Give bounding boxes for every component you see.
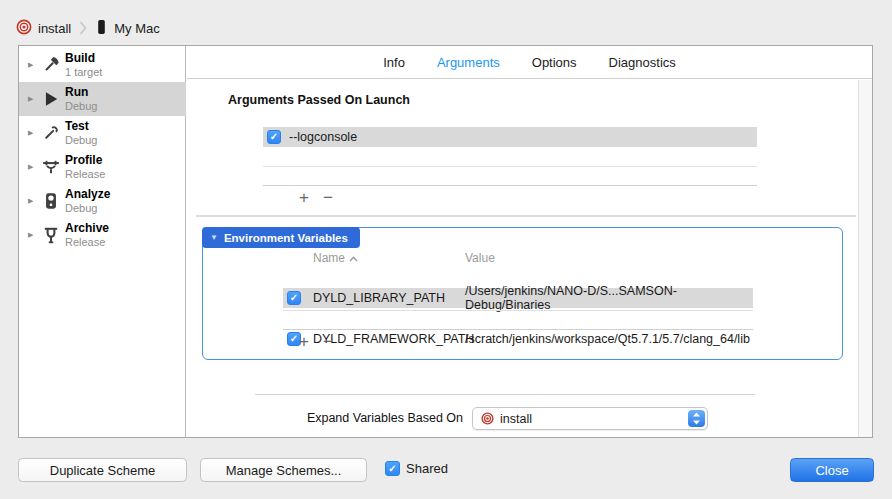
sidebar-item-title: Run <box>65 86 97 100</box>
argument-value[interactable]: --logconsole <box>289 130 357 144</box>
env-var-row[interactable]: DYLD_LIBRARY_PATH /Users/jenkins/NANO-D/… <box>283 288 753 308</box>
disclosure-triangle-icon[interactable] <box>28 95 38 103</box>
sidebar-item-subtitle: Release <box>65 236 109 249</box>
breadcrumb-scheme-name[interactable]: install <box>38 21 71 36</box>
table-divider <box>283 310 753 311</box>
env-var-value[interactable]: /scratch/jenkins/workspace/Qt5.7.1/5.7/c… <box>465 332 750 346</box>
disclosure-triangle-icon[interactable] <box>28 129 38 137</box>
env-var-checkbox[interactable] <box>287 291 301 305</box>
sidebar-item-test[interactable]: Test Debug <box>19 116 186 150</box>
analyze-icon <box>41 191 61 211</box>
shared-checkbox[interactable] <box>385 461 400 476</box>
tab-bar: Info Arguments Options Diagnostics <box>187 46 872 79</box>
disclosure-down-icon[interactable] <box>210 233 218 242</box>
env-var-row[interactable]: DYLD_FRAMEWORK_PATH /scratch/jenkins/wor… <box>283 329 753 349</box>
disclosure-triangle-icon[interactable] <box>28 231 38 239</box>
shared-label: Shared <box>406 461 448 476</box>
sidebar-item-subtitle: Debug <box>65 134 97 147</box>
duplicate-scheme-button[interactable]: Duplicate Scheme <box>18 458 187 482</box>
sidebar-item-subtitle: Release <box>65 168 105 181</box>
sort-ascending-icon <box>349 251 358 265</box>
breadcrumb-destination-name[interactable]: My Mac <box>114 21 160 36</box>
vertical-scrollbar[interactable] <box>858 80 872 437</box>
column-header-value[interactable]: Value <box>465 251 495 265</box>
breadcrumb: install My Mac <box>16 18 160 38</box>
table-divider <box>263 166 757 167</box>
tab-diagnostics[interactable]: Diagnostics <box>609 55 676 70</box>
sidebar-item-title: Archive <box>65 222 109 236</box>
tab-arguments[interactable]: Arguments <box>437 55 500 70</box>
run-icon <box>41 89 61 109</box>
target-icon[interactable] <box>16 19 32 38</box>
scheme-editor-window: { "window": { "scheme": "install", "dest… <box>0 0 892 499</box>
env-var-name[interactable]: DYLD_FRAMEWORK_PATH <box>313 332 474 346</box>
sidebar-item-profile[interactable]: Profile Release <box>19 150 186 184</box>
disclosure-triangle-icon[interactable] <box>28 61 38 69</box>
build-icon <box>41 55 61 75</box>
column-header-name[interactable]: Name <box>313 251 358 265</box>
tab-info[interactable]: Info <box>383 55 405 70</box>
target-icon <box>481 412 494 425</box>
arguments-section-title: Arguments Passed On Launch <box>228 93 410 107</box>
column-header-name-label: Name <box>313 251 345 265</box>
expand-variables-value: install <box>500 412 532 426</box>
environment-variables-badge[interactable]: Environment Variables <box>202 227 360 248</box>
remove-env-var-button[interactable]: − <box>320 334 336 350</box>
column-header-value-label: Value <box>465 251 495 265</box>
sidebar-item-title: Build <box>65 52 102 66</box>
sidebar-item-subtitle: 1 target <box>65 66 102 79</box>
sidebar-item-title: Analyze <box>65 188 110 202</box>
sidebar-item-title: Test <box>65 120 97 134</box>
archive-icon <box>41 225 61 245</box>
env-var-name[interactable]: DYLD_LIBRARY_PATH <box>313 291 445 305</box>
env-var-value[interactable]: /Users/jenkins/NANO-D/S...SAMSON-Debug/B… <box>465 284 753 312</box>
shared-control: Shared <box>385 461 448 476</box>
add-env-var-button[interactable]: + <box>296 334 312 350</box>
disclosure-triangle-icon[interactable] <box>28 163 38 171</box>
sidebar-item-subtitle: Debug <box>65 202 110 215</box>
manage-schemes-button[interactable]: Manage Schemes... <box>200 458 367 482</box>
sidebar-item-build[interactable]: Build 1 target <box>19 48 186 82</box>
sidebar-item-run[interactable]: Run Debug <box>19 82 186 116</box>
popup-stepper-icon[interactable] <box>688 410 705 427</box>
add-argument-button[interactable]: + <box>296 190 312 206</box>
test-icon <box>41 123 61 143</box>
disclosure-triangle-icon[interactable] <box>28 197 38 205</box>
argument-row[interactable]: --logconsole <box>263 127 757 147</box>
chevron-right-icon <box>79 21 87 35</box>
mac-icon <box>95 19 108 38</box>
table-divider <box>283 329 753 330</box>
sidebar-item-subtitle: Debug <box>65 100 97 113</box>
argument-checkbox[interactable] <box>267 130 281 144</box>
section-separator <box>196 215 856 217</box>
sidebar-item-archive[interactable]: Archive Release <box>19 218 186 252</box>
expand-variables-label: Expand Variables Based On <box>263 411 463 425</box>
tab-options[interactable]: Options <box>532 55 577 70</box>
sidebar-item-title: Profile <box>65 154 105 168</box>
section-separator <box>255 394 755 395</box>
environment-variables-title: Environment Variables <box>224 232 348 244</box>
close-button[interactable]: Close <box>790 458 874 482</box>
expand-variables-popup[interactable]: install <box>472 407 708 430</box>
remove-argument-button[interactable]: − <box>320 190 336 206</box>
profile-icon <box>41 157 61 177</box>
table-divider <box>263 185 757 186</box>
sidebar-item-analyze[interactable]: Analyze Debug <box>19 184 186 218</box>
sidebar: Build 1 target Run Debug Test Debug Prof… <box>19 46 186 437</box>
